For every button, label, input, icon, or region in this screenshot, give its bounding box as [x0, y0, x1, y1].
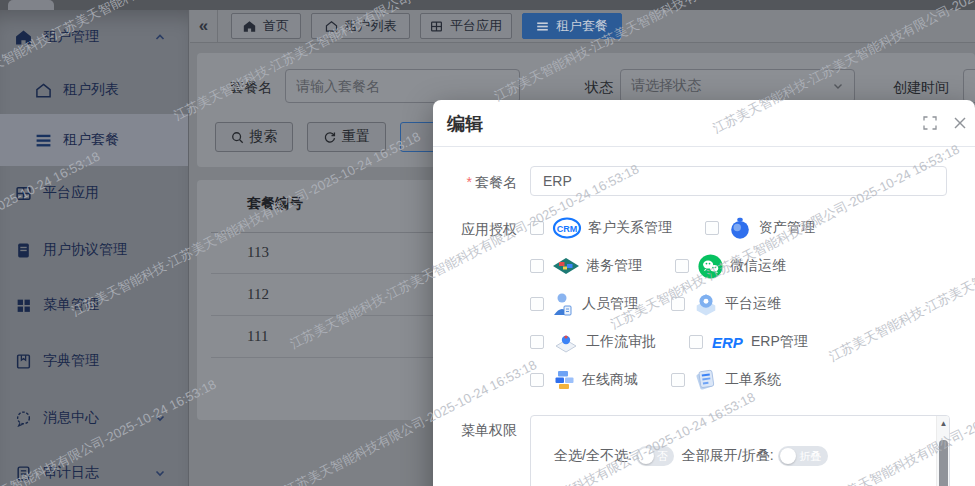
menu-permissions-label: 菜单权限: [433, 422, 517, 440]
wechat-icon: [697, 253, 724, 280]
status-select[interactable]: 请选择状态: [620, 69, 855, 103]
app-option-platform-ops[interactable]: 平台运维: [671, 291, 781, 317]
checkbox[interactable]: [671, 373, 685, 387]
app-option-work-order-system[interactable]: 工单系统: [671, 367, 781, 393]
top-header-strip: [0, 0, 975, 10]
package-code-cell: 112: [247, 286, 269, 303]
app-option-workflow-approval[interactable]: 工作流审批: [530, 330, 656, 354]
tab-label: 租户套餐: [556, 17, 608, 35]
crm-icon: CRM: [552, 216, 582, 240]
sidebar-item-tenant-list[interactable]: 租户列表: [0, 64, 188, 116]
platform-ops-icon: [693, 291, 719, 317]
tabs-collapse-button[interactable]: «: [190, 10, 218, 42]
search-button[interactable]: 搜索: [215, 122, 293, 152]
expand-collapse-toggle[interactable]: 折叠: [778, 446, 828, 466]
checkbox[interactable]: [530, 297, 544, 311]
sidebar-item-label: 消息中心: [43, 409, 99, 427]
tab-label: 首页: [263, 17, 289, 35]
checkbox[interactable]: [671, 297, 685, 311]
svg-text:CRM: CRM: [557, 224, 578, 234]
app-option-wechat-ops[interactable]: 微信运维: [675, 253, 786, 280]
dialog-title: 编辑: [447, 112, 483, 136]
sidebar-item-message-center[interactable]: 消息中心: [0, 392, 188, 444]
toggle-state-label: 折叠: [800, 450, 822, 462]
log-document-icon: [15, 465, 32, 482]
sidebar-item-label: 平台应用: [43, 184, 99, 202]
scrollbar-thumb[interactable]: [939, 440, 948, 486]
tab-tenant-package[interactable]: 租户套餐: [522, 13, 622, 39]
app-option-personnel-management[interactable]: 人员管理: [530, 291, 638, 317]
online-mall-icon: [552, 368, 576, 392]
status-select-placeholder: 请选择状态: [631, 77, 701, 95]
tab-tenant-list[interactable]: 租户列表: [311, 13, 410, 39]
date-range-input[interactable]: [963, 69, 975, 103]
required-asterisk: *: [467, 174, 472, 190]
home-filled-icon: [15, 29, 32, 46]
sidebar-item-user-agreement[interactable]: 用户协议管理: [0, 224, 188, 276]
reset-button-label: 重置: [342, 128, 370, 146]
toggle-state-label: 否: [657, 450, 668, 462]
checkbox[interactable]: [530, 335, 544, 349]
app-option-erp-management[interactable]: ERP ERP管理: [689, 331, 808, 353]
sidebar: 租户管理 租户列表 租户套餐 平台应用 用户协议管理 菜单管理 字典管理 消息中…: [0, 10, 189, 486]
sidebar-item-menu-management[interactable]: 菜单管理: [0, 279, 188, 331]
checkbox[interactable]: [689, 335, 703, 349]
chat-bubble-icon: [15, 410, 32, 427]
fullscreen-icon[interactable]: [922, 115, 938, 131]
app-authorization-grid: CRM 客户关系管理 资产管理 港务管理 微信运维: [530, 209, 960, 399]
menu-lines-icon: [536, 20, 549, 33]
toggle-knob: [638, 448, 654, 464]
app-option-asset-management[interactable]: 资产管理: [705, 215, 815, 241]
scrollbar-up-arrow[interactable]: ▲: [937, 419, 950, 428]
erp-logo-icon: ERP: [711, 331, 745, 353]
package-name-field-label: *套餐名: [433, 174, 517, 192]
checkbox[interactable]: [530, 221, 544, 235]
sidebar-item-dictionary-management[interactable]: 字典管理: [0, 335, 188, 387]
checkbox[interactable]: [675, 259, 689, 273]
tab-bar: « 首页 租户列表 平台应用 租户套餐: [190, 10, 975, 43]
checkbox[interactable]: [530, 373, 544, 387]
edit-dialog: 编辑 *套餐名 应用授权 CRM 客户关系管理 资产管理 港务管理: [433, 100, 975, 486]
grid-icon: [15, 185, 32, 202]
sidebar-item-tenant-management[interactable]: 租户管理: [0, 11, 188, 63]
select-all-toggle[interactable]: 否: [636, 446, 674, 466]
tab-label: 平台应用: [450, 17, 502, 35]
sidebar-item-label: 租户列表: [63, 81, 119, 99]
reset-button[interactable]: 重置: [307, 122, 386, 152]
sidebar-item-platform-apps[interactable]: 平台应用: [0, 167, 188, 219]
search-icon: [231, 131, 244, 144]
sidebar-item-audit-log[interactable]: 审计日志: [0, 447, 188, 486]
select-all-label: 全选/全不选:: [554, 447, 632, 465]
scrollbar[interactable]: ▲: [936, 416, 949, 486]
dialog-header-divider: [433, 146, 975, 147]
asset-moneybag-icon: [727, 215, 753, 241]
chevron-down-icon: [832, 80, 844, 92]
sidebar-item-label: 审计日志: [43, 464, 99, 482]
tab-platform-apps[interactable]: 平台应用: [420, 13, 512, 39]
checkbox[interactable]: [705, 221, 719, 235]
dictionary-book-icon: [15, 353, 32, 370]
package-name-edit-input[interactable]: [530, 166, 947, 196]
package-name-input[interactable]: [285, 69, 520, 103]
app-option-port-management[interactable]: 港务管理: [530, 254, 642, 278]
menu-lines-icon: [35, 132, 52, 149]
house-outline-icon: [35, 82, 52, 99]
port-map-icon: [552, 254, 580, 278]
app-authorization-label: 应用授权: [433, 221, 517, 239]
app-option-crm[interactable]: CRM 客户关系管理: [530, 216, 672, 240]
house-outline-icon: [325, 20, 338, 33]
sidebar-item-tenant-package[interactable]: 租户套餐: [0, 114, 188, 166]
checkbox[interactable]: [530, 259, 544, 273]
search-button-label: 搜索: [250, 128, 278, 146]
logo: [8, 0, 54, 10]
app-option-online-mall[interactable]: 在线商城: [530, 368, 638, 392]
status-label: 状态: [585, 79, 613, 95]
close-icon[interactable]: [952, 115, 968, 131]
toggle-knob: [780, 448, 796, 464]
tab-home[interactable]: 首页: [231, 13, 301, 39]
menu-tree-toolbar: 全选/全不选: 否 全部展开/折叠: 折叠: [554, 446, 836, 466]
sidebar-item-label: 用户协议管理: [43, 241, 127, 259]
svg-text:ERP: ERP: [712, 334, 744, 351]
menu-permissions-tree-panel: 全选/全不选: 否 全部展开/折叠: 折叠 ▲: [530, 415, 950, 486]
grid-icon: [430, 20, 443, 33]
